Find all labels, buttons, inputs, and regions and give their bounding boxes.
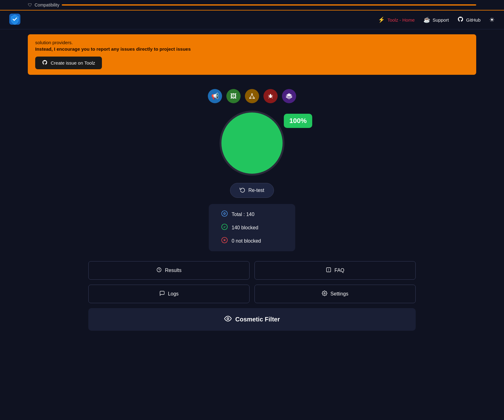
svg-point-1	[251, 93, 253, 95]
svg-line-5	[252, 95, 254, 97]
cosmetic-filter-section[interactable]: Cosmetic Filter	[88, 308, 416, 331]
theme-toggle-button[interactable]: ☀	[489, 16, 495, 23]
banner-text-2: Instead, I encourage you to report any i…	[35, 46, 469, 52]
faq-button[interactable]: FAQ	[254, 261, 416, 280]
svg-point-19	[224, 213, 225, 214]
faq-icon	[326, 267, 331, 274]
header-nav: ⚡ Toolz - Home ☕ Support GitHub ☀	[378, 16, 495, 24]
blocked-icon	[221, 223, 228, 232]
svg-point-2	[249, 97, 251, 99]
github-icon	[457, 16, 464, 24]
svg-point-8	[270, 94, 271, 95]
header: ⚡ Toolz - Home ☕ Support GitHub ☀	[0, 11, 504, 29]
bug-filter-icon[interactable]	[263, 89, 278, 103]
support-icon: ☕	[423, 16, 430, 23]
svg-point-7	[269, 95, 272, 98]
toolz-icon: ⚡	[378, 16, 385, 23]
app-logo	[9, 14, 20, 26]
stats-card: Total : 140 140 blocked 0 not blocked	[209, 204, 295, 251]
svg-line-13	[268, 98, 269, 98]
total-label: Total : 140	[232, 212, 254, 217]
not-blocked-stat: 0 not blocked	[221, 237, 283, 245]
github-link[interactable]: GitHub	[457, 16, 481, 24]
results-button[interactable]: Results	[88, 261, 250, 280]
gauge-circle	[220, 111, 284, 176]
not-blocked-icon	[221, 237, 228, 245]
svg-point-29	[227, 318, 229, 320]
layers-filter-icon[interactable]	[282, 89, 296, 103]
logs-icon	[159, 291, 165, 297]
eye-icon	[224, 315, 232, 324]
support-link[interactable]: ☕ Support	[423, 16, 449, 23]
svg-point-18	[222, 211, 227, 216]
svg-line-4	[250, 95, 252, 97]
total-stat: Total : 140	[221, 210, 283, 218]
svg-marker-17	[286, 97, 292, 99]
svg-point-28	[324, 293, 326, 294]
create-issue-button[interactable]: Create issue on Toolz	[35, 57, 102, 69]
blocked-stat: 140 blocked	[221, 223, 283, 232]
image-filter-icon[interactable]: 🖼	[226, 89, 241, 103]
svg-point-3	[253, 97, 255, 99]
main-content: 📢 🖼	[0, 80, 504, 340]
blocked-label: 140 blocked	[232, 225, 258, 231]
network-filter-icon[interactable]	[245, 89, 259, 103]
banner-text-1: solution providers.	[35, 40, 469, 45]
svg-line-10	[272, 95, 273, 96]
bottom-button-grid: Results FAQ Logs	[88, 261, 416, 303]
cosmetic-filter-label: Cosmetic Filter	[235, 316, 280, 323]
svg-point-27	[329, 271, 329, 271]
svg-line-9	[268, 95, 269, 96]
results-icon	[156, 267, 162, 274]
shield-icon-small: 🛡	[28, 2, 32, 7]
ads-filter-icon[interactable]: 📢	[208, 89, 222, 103]
percent-badge: 100%	[284, 114, 312, 128]
retest-icon	[240, 187, 245, 194]
toolz-home-link[interactable]: ⚡ Toolz - Home	[378, 16, 414, 23]
settings-icon	[322, 291, 327, 297]
gauge-container: 100%	[220, 111, 284, 176]
compat-tab-label: Compatibility	[35, 2, 59, 7]
not-blocked-label: 0 not blocked	[232, 238, 261, 244]
compatibility-tab[interactable]: 🛡 Compatibility	[0, 0, 504, 11]
github-button-icon	[42, 60, 48, 66]
filter-icon-row: 📢 🖼	[208, 89, 296, 103]
total-icon	[221, 210, 228, 218]
compat-progress-bar	[62, 4, 476, 6]
retest-button[interactable]: Re-test	[230, 183, 274, 198]
banner: solution providers. Instead, I encourage…	[28, 34, 476, 75]
logs-button[interactable]: Logs	[88, 285, 250, 303]
settings-button[interactable]: Settings	[254, 285, 416, 303]
svg-line-14	[272, 98, 273, 98]
